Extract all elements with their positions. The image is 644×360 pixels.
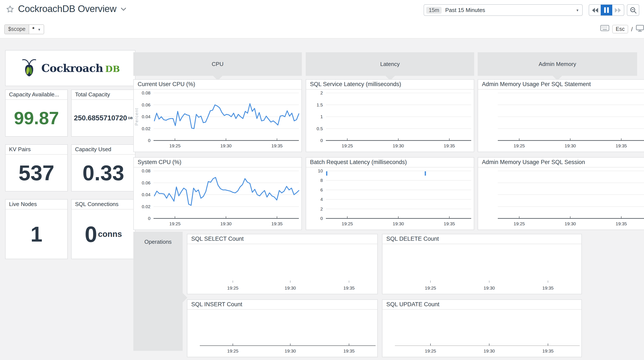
svg-text:19:25: 19:25 (342, 221, 353, 226)
svg-text:2: 2 (320, 206, 323, 211)
svg-text:2: 2 (320, 90, 323, 95)
stat-value: 99.87 (14, 109, 59, 127)
stat-capacity-available[interactable]: Capacity Available... 99.87 (5, 89, 68, 137)
svg-text:19:30: 19:30 (220, 221, 232, 226)
dashboard: CockroachDB Overview $scope * ▾ 15m Past… (0, 0, 644, 360)
group-header-latency[interactable]: Latency (306, 52, 474, 76)
group-header-admin-memory[interactable]: Admin Memory (478, 52, 637, 76)
group-header-cpu[interactable]: CPU (133, 52, 302, 76)
svg-text:19:35: 19:35 (272, 221, 283, 226)
time-range-picker[interactable]: 15m Past 15 Minutes ▾ (424, 4, 583, 16)
chart-plot[interactable]: 19:2519:3019:35 (478, 89, 644, 152)
favorite-star-icon[interactable] (6, 5, 14, 13)
page-title: CockroachDB Overview (18, 3, 116, 14)
stat-value-area: 537 (6, 155, 67, 191)
svg-text:19:30: 19:30 (285, 349, 296, 353)
svg-text:19:25: 19:25 (514, 143, 525, 148)
svg-text:19:35: 19:35 (616, 221, 627, 226)
chart-plot[interactable]: 0.080.060.040.02019:2519:3019:35 (134, 167, 302, 230)
stat-sql-connections[interactable]: SQL Connections 0conns (71, 199, 136, 259)
stat-unit: conns (98, 230, 122, 238)
svg-text:0.02: 0.02 (142, 126, 150, 131)
chart-plot[interactable]: 108642019:2519:3019:35 (306, 167, 474, 230)
stat-title: Total Capacity (72, 90, 135, 100)
stat-total-capacity[interactable]: Total Capacity 250.6855710720GB (71, 89, 136, 137)
svg-text:1: 1 (320, 114, 323, 119)
svg-text:19:25: 19:25 (425, 349, 436, 353)
svg-text:19:35: 19:35 (542, 349, 554, 353)
chart-title: SQL INSERT Count (187, 300, 377, 310)
stat-value: 0.33 (82, 162, 124, 184)
stat-value: 1 (30, 223, 42, 245)
svg-text:19:30: 19:30 (285, 286, 296, 290)
svg-text:0.04: 0.04 (142, 114, 150, 119)
time-playback-controls (589, 4, 624, 16)
svg-text:19:35: 19:35 (344, 286, 355, 290)
svg-text:19:35: 19:35 (542, 286, 554, 290)
stat-live-nodes[interactable]: Live Nodes 1 (5, 199, 68, 259)
chart-title: Batch Request Latency (milliseconds) (306, 158, 474, 167)
svg-text:19:30: 19:30 (393, 221, 404, 226)
stat-title: Live Nodes (6, 200, 67, 209)
svg-text:10: 10 (318, 168, 323, 173)
chart-sql-update-count: SQL UPDATE Count 19:2519:3019:35 (382, 299, 582, 357)
svg-text:0: 0 (320, 216, 323, 221)
svg-text:19:35: 19:35 (272, 143, 283, 148)
chart-plot[interactable]: 19:2519:3019:35 (187, 244, 377, 294)
svg-text:0: 0 (148, 138, 150, 143)
chart-title: Admin Memory Usage Per SQL Session (478, 158, 644, 167)
chart-sql-service-latency: SQL Service Latency (milliseconds) 21.51… (306, 79, 474, 152)
group-header-operations[interactable]: Operations (133, 232, 183, 351)
keyboard-icon (600, 25, 609, 33)
svg-text:1.5: 1.5 (317, 102, 323, 107)
group-label: Latency (380, 61, 400, 67)
time-range-badge: 15m (426, 7, 442, 13)
svg-text:19:30: 19:30 (393, 143, 404, 148)
keyboard-hint-row: Esc / (600, 23, 644, 34)
chart-plot[interactable]: 19:2519:3019:35 (478, 167, 644, 230)
chart-plot[interactable]: 19:2519:3019:35 (187, 310, 377, 357)
svg-text:0.08: 0.08 (142, 90, 150, 95)
scope-value: * (29, 25, 38, 34)
template-variable-scope[interactable]: $scope * ▾ (4, 24, 44, 34)
pause-button[interactable] (601, 5, 612, 15)
logo-word: Cockroach (42, 62, 103, 74)
svg-text:19:25: 19:25 (514, 221, 525, 226)
zoom-out-button[interactable] (627, 4, 639, 16)
svg-text:19:30: 19:30 (484, 349, 495, 353)
chart-plot[interactable]: 0.080.060.040.02019:2519:3019:35Percent (134, 89, 302, 152)
svg-text:0.06: 0.06 (142, 102, 150, 107)
svg-text:4: 4 (320, 197, 323, 202)
top-header: CockroachDB Overview $scope * ▾ 15m Past… (0, 0, 644, 38)
time-range-label: Past 15 Minutes (445, 7, 485, 13)
chart-admin-memory-per-sql-statement: Admin Memory Usage Per SQL Statement 19:… (478, 79, 644, 152)
chevron-down-icon[interactable] (120, 7, 126, 11)
cockroachdb-logo-card[interactable]: CockroachDB (5, 50, 136, 86)
svg-text:19:35: 19:35 (444, 143, 455, 148)
svg-text:19:30: 19:30 (565, 143, 576, 148)
stat-kv-pairs[interactable]: KV Pairs 537 (5, 144, 68, 191)
chart-title: Current User CPU (%) (134, 80, 302, 89)
svg-text:19:35: 19:35 (616, 143, 627, 148)
fast-forward-button[interactable] (612, 5, 624, 15)
group-label: Operations (144, 239, 172, 245)
svg-text:19:25: 19:25 (227, 349, 238, 353)
chart-title: SQL SELECT Count (187, 234, 377, 244)
svg-text:Percent: Percent (134, 108, 139, 126)
stat-value: 537 (19, 162, 54, 184)
stat-value-area: 99.87 (6, 100, 67, 136)
svg-text:0: 0 (320, 138, 323, 143)
chart-title: SQL Service Latency (milliseconds) (306, 80, 474, 89)
svg-text:19:35: 19:35 (444, 221, 455, 226)
tv-mode-icon[interactable] (636, 25, 644, 33)
stat-capacity-used[interactable]: Capacity Used 0.33 (71, 144, 136, 191)
chart-plot[interactable]: 21.510.5019:2519:3019:35 (306, 89, 474, 152)
chart-plot[interactable]: 19:2519:3019:35 (382, 244, 582, 294)
stat-title: SQL Connections (72, 200, 135, 209)
scope-caret-icon: ▾ (37, 25, 44, 34)
rewind-button[interactable] (589, 5, 601, 15)
stat-title: Capacity Available... (6, 90, 67, 100)
chart-plot[interactable]: 19:2519:3019:35 (382, 310, 582, 357)
svg-text:19:30: 19:30 (565, 221, 576, 226)
logo-wordmark: CockroachDB (42, 62, 120, 74)
